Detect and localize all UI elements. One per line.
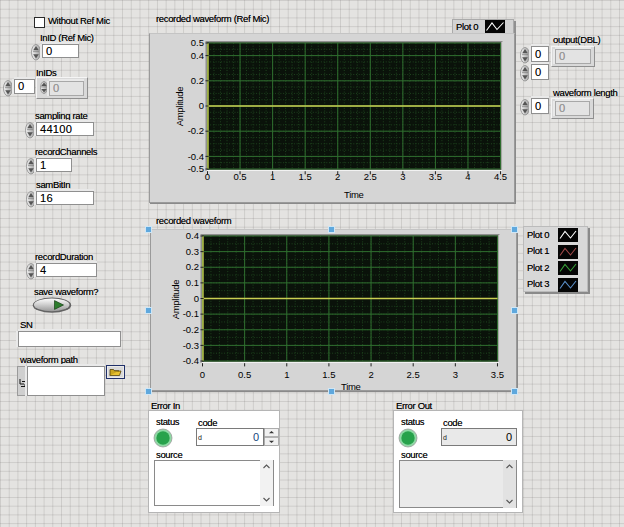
svg-text:-0.3: -0.3 xyxy=(183,340,199,351)
svg-text:0.5: 0.5 xyxy=(238,369,251,380)
svg-text:2: 2 xyxy=(368,369,373,380)
svg-text:1.5: 1.5 xyxy=(322,369,335,380)
svg-text:3: 3 xyxy=(453,369,458,380)
svg-text:0.2: 0.2 xyxy=(186,261,199,272)
svg-text:0: 0 xyxy=(200,369,205,380)
svg-text:-0.1: -0.1 xyxy=(183,308,199,319)
svg-text:1: 1 xyxy=(284,369,289,380)
svg-text:-0.4: -0.4 xyxy=(183,355,199,366)
svg-text:0.3: 0.3 xyxy=(186,246,199,257)
svg-text:2.5: 2.5 xyxy=(407,369,420,380)
svg-text:-0.2: -0.2 xyxy=(183,324,199,335)
svg-text:0: 0 xyxy=(194,293,199,304)
svg-text:3.5: 3.5 xyxy=(491,369,504,380)
svg-text:0.1: 0.1 xyxy=(186,277,199,288)
svg-text:0.4: 0.4 xyxy=(186,230,199,241)
